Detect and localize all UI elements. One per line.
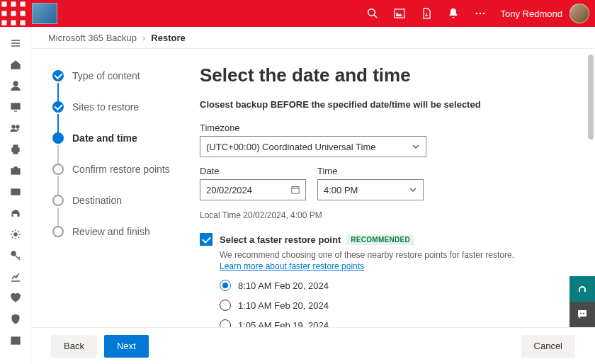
- main-panel: Select the date and time Closest backup …: [180, 49, 595, 327]
- chevron-down-icon: [412, 142, 420, 151]
- svg-rect-7: [11, 21, 16, 25]
- username-label: Tony Redmond: [494, 8, 570, 19]
- svg-rect-19: [13, 151, 18, 154]
- step-date-and-time[interactable]: Date and time: [52, 132, 173, 144]
- back-button[interactable]: Back: [51, 335, 97, 358]
- timezone-select[interactable]: (UTC+00:00) Coordinated Universal Time: [200, 136, 426, 157]
- restore-point-option[interactable]: 1:05 AM Feb 19, 2024: [220, 319, 575, 327]
- svg-rect-25: [292, 187, 299, 193]
- app-header: Tony Redmond: [0, 0, 595, 27]
- date-label: Date: [200, 166, 306, 176]
- breadcrumb: Microsoft 365 Backup › Restore: [31, 27, 595, 48]
- search-icon[interactable]: [359, 0, 386, 27]
- timezone-label: Timezone: [200, 123, 426, 133]
- media-icon[interactable]: [386, 0, 413, 27]
- chevron-right-icon: ›: [142, 33, 145, 43]
- wizard-footer: Back Next Cancel: [31, 327, 595, 364]
- time-label: Time: [317, 166, 424, 176]
- svg-rect-9: [395, 9, 404, 18]
- svg-rect-1: [11, 1, 16, 6]
- wizard-steps: Type of content Sites to restore Date an…: [31, 49, 180, 327]
- chevron-down-icon: [409, 186, 417, 194]
- svg-point-27: [583, 313, 584, 314]
- rail-menu-icon[interactable]: [0, 33, 31, 54]
- breadcrumb-current: Restore: [151, 33, 185, 43]
- rail-devices-icon[interactable]: [0, 96, 31, 118]
- rail-person-icon[interactable]: [0, 75, 31, 96]
- rail-briefcase-icon[interactable]: [0, 160, 31, 181]
- local-time-label: Local Time 20/02/2024, 4:00 PM: [200, 210, 575, 220]
- svg-point-16: [16, 125, 19, 128]
- rail-chart-icon[interactable]: [0, 266, 31, 288]
- scrollbar-thumb[interactable]: [588, 55, 594, 140]
- cancel-button[interactable]: Cancel: [521, 335, 575, 358]
- svg-rect-20: [11, 169, 20, 174]
- svg-point-12: [482, 13, 484, 15]
- time-select[interactable]: 4:00 PM: [317, 179, 424, 200]
- svg-point-15: [12, 125, 15, 128]
- step-type-of-content[interactable]: Type of content: [52, 70, 173, 81]
- page-subtitle: Closest backup BEFORE the specified date…: [200, 99, 575, 110]
- faster-restore-checkbox[interactable]: [200, 233, 212, 246]
- svg-rect-6: [1, 21, 6, 25]
- next-button[interactable]: Next: [104, 335, 149, 358]
- rail-heart-icon[interactable]: [0, 288, 31, 309]
- step-sites-to-restore[interactable]: Sites to restore: [52, 101, 173, 113]
- restore-point-option[interactable]: 1:10 AM Feb 20, 2024: [220, 300, 575, 311]
- svg-rect-5: [21, 11, 26, 16]
- svg-rect-8: [21, 21, 26, 25]
- rail-print-icon[interactable]: [0, 139, 31, 160]
- rail-mail-icon[interactable]: [0, 330, 31, 351]
- rail-headset-icon[interactable]: [0, 203, 31, 224]
- breadcrumb-root[interactable]: Microsoft 365 Backup: [48, 33, 137, 43]
- step-destination: Destination: [52, 195, 173, 206]
- recommended-badge: RECOMMENDED: [346, 234, 414, 245]
- step-confirm-restore-points: Confirm restore points: [52, 164, 173, 175]
- svg-point-10: [475, 13, 477, 15]
- header-logo: [27, 0, 62, 27]
- svg-rect-21: [11, 189, 20, 195]
- svg-point-26: [580, 313, 582, 314]
- avatar[interactable]: [570, 4, 589, 23]
- learn-more-link[interactable]: Learn more about faster restore points: [220, 261, 364, 271]
- rail-gear-icon[interactable]: [0, 224, 31, 245]
- svg-rect-0: [1, 1, 6, 6]
- faster-restore-label: Select a faster restore point: [220, 234, 341, 245]
- svg-point-13: [13, 81, 18, 86]
- date-input[interactable]: 20/02/2024: [200, 179, 306, 200]
- svg-point-22: [14, 233, 17, 236]
- left-rail: [0, 27, 31, 364]
- app-launcher-icon[interactable]: [0, 0, 27, 27]
- help-headset-icon[interactable]: [570, 276, 595, 302]
- rail-home-icon[interactable]: [0, 54, 31, 75]
- restore-point-option[interactable]: 8:10 AM Feb 20, 2024: [220, 280, 575, 291]
- svg-rect-2: [21, 1, 26, 6]
- step-review-and-finish: Review and finish: [52, 226, 173, 237]
- bell-icon[interactable]: [440, 0, 467, 27]
- feedback-icon[interactable]: [570, 302, 595, 327]
- page-title: Select the date and time: [200, 64, 575, 86]
- floating-actions: [570, 276, 595, 327]
- svg-rect-14: [11, 103, 20, 109]
- rail-people-icon[interactable]: [0, 118, 31, 139]
- svg-point-11: [479, 13, 481, 15]
- more-icon[interactable]: [467, 0, 494, 27]
- rail-shield-icon[interactable]: [0, 309, 31, 330]
- calendar-icon: [291, 186, 300, 194]
- rail-key-icon[interactable]: [0, 245, 31, 266]
- svg-rect-18: [13, 145, 18, 148]
- rail-card-icon[interactable]: [0, 181, 31, 203]
- recommend-text: We recommend choosing one of these nearb…: [220, 250, 575, 260]
- svg-rect-4: [11, 11, 16, 16]
- svg-rect-3: [1, 11, 6, 16]
- document-icon[interactable]: [413, 0, 440, 27]
